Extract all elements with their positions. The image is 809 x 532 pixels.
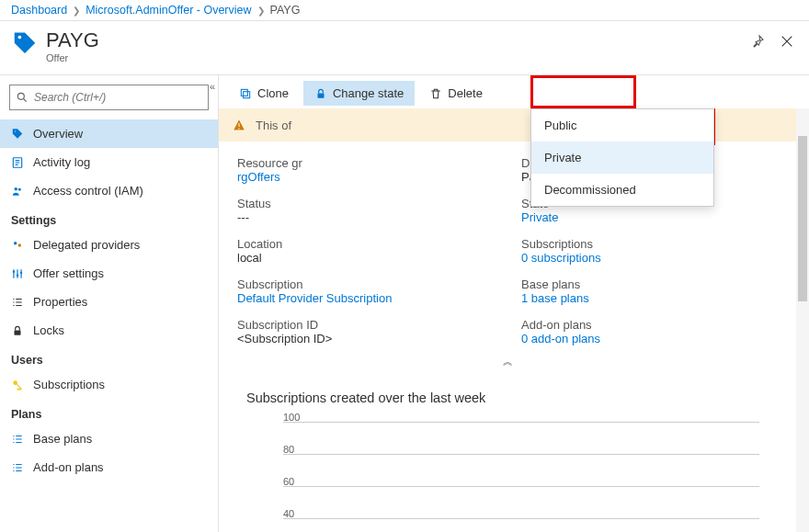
sidebar-item-properties[interactable]: Properties	[0, 288, 218, 316]
key-icon	[11, 379, 24, 391]
chevron-right-icon: ❯	[73, 6, 80, 16]
sidebar-item-overview[interactable]: Overview	[0, 119, 218, 148]
sidebar-heading-users: Users	[0, 345, 218, 370]
sidebar-item-label: Overview	[33, 127, 83, 141]
offer-tag-icon	[11, 30, 39, 58]
prop-value-link[interactable]: rgOffers	[237, 170, 494, 184]
button-label: Delete	[448, 86, 483, 100]
grid-line	[283, 486, 759, 487]
prop-value: ---	[237, 210, 494, 224]
chevron-right-icon: ❯	[257, 6, 265, 16]
sidebar: « Overview Activity log Access control (…	[0, 75, 219, 532]
sidebar-item-offer-settings[interactable]: Offer settings	[0, 259, 218, 288]
clone-icon	[239, 87, 252, 100]
grid-line	[283, 518, 759, 519]
prop-label: Location	[237, 237, 494, 251]
sidebar-item-label: Subscriptions	[33, 378, 105, 391]
svg-point-4	[14, 241, 17, 244]
sidebar-item-addon-plans[interactable]: Add-on plans	[0, 453, 218, 481]
main-panel: Clone Change state Delete This of Resour…	[219, 75, 809, 532]
trash-icon	[429, 87, 442, 100]
collapse-properties-icon[interactable]: ︽	[219, 351, 796, 372]
search-input[interactable]	[34, 91, 202, 104]
close-icon[interactable]	[780, 34, 794, 51]
svg-point-6	[13, 270, 15, 272]
sidebar-item-label: Properties	[33, 295, 87, 309]
ytick-label: 100	[283, 412, 300, 423]
svg-point-7	[17, 274, 18, 276]
change-state-button[interactable]: Change state	[303, 81, 415, 106]
svg-point-8	[20, 271, 22, 273]
sidebar-item-label: Offer settings	[33, 266, 104, 280]
scrollbar[interactable]	[796, 108, 809, 532]
sidebar-item-activity-log[interactable]: Activity log	[0, 148, 218, 176]
prop-value-link[interactable]: 1 base plans	[521, 291, 778, 305]
collapse-sidebar-icon[interactable]: «	[206, 79, 219, 94]
list-icon	[11, 433, 24, 446]
sidebar-item-iam[interactable]: Access control (IAM)	[0, 176, 218, 205]
ytick-label: 60	[283, 476, 294, 487]
svg-rect-9	[15, 330, 21, 334]
sidebar-item-label: Activity log	[33, 155, 90, 169]
providers-icon	[11, 239, 24, 252]
breadcrumb-parent[interactable]: Microsoft.AdminOffer - Overview	[85, 4, 251, 17]
sidebar-heading-plans: Plans	[0, 399, 218, 424]
chart-canvas: 100 80 60 40	[246, 422, 769, 532]
list-icon	[11, 461, 24, 474]
scrollbar-thumb[interactable]	[798, 136, 807, 301]
sidebar-heading-settings: Settings	[0, 205, 218, 231]
prop-value-link[interactable]: Private	[521, 210, 778, 224]
prop-subscriptions: Subscriptions 0 subscriptions	[521, 237, 778, 265]
sidebar-item-subscriptions[interactable]: Subscriptions	[0, 370, 218, 399]
delete-button[interactable]: Delete	[418, 81, 494, 106]
prop-value-link[interactable]: 0 add-on plans	[521, 332, 778, 345]
clone-button[interactable]: Clone	[228, 81, 300, 106]
page-title-block: PAYG Offer	[46, 28, 99, 63]
sidebar-item-label: Base plans	[33, 432, 92, 446]
sidebar-item-label: Add-on plans	[33, 460, 104, 474]
prop-value: <Subscription ID>	[237, 332, 494, 345]
subscriptions-chart: Subscriptions created over the last week…	[219, 372, 796, 532]
prop-label: Subscriptions	[521, 237, 778, 251]
prop-subscription: Subscription Default Provider Subscripti…	[237, 277, 494, 305]
prop-addon-plans: Add-on plans 0 add-on plans	[521, 318, 778, 345]
prop-base-plans: Base plans 1 base plans	[521, 277, 778, 305]
lock-icon	[314, 87, 327, 100]
prop-subscription-id: Subscription ID <Subscription ID>	[237, 318, 494, 345]
sidebar-item-delegated-providers[interactable]: Delegated providers	[0, 231, 218, 259]
svg-point-0	[17, 93, 24, 99]
dropdown-option-public[interactable]: Public	[531, 109, 713, 141]
prop-value-link[interactable]: 0 subscriptions	[521, 251, 778, 265]
log-icon	[11, 156, 24, 169]
list-icon	[11, 296, 24, 309]
sidebar-item-label: Locks	[33, 323, 64, 337]
grid-line	[283, 454, 759, 455]
prop-label: Status	[237, 197, 494, 210]
grid-line	[283, 422, 759, 423]
prop-value-link[interactable]: Default Provider Subscription	[237, 291, 494, 305]
sidebar-item-locks[interactable]: Locks	[0, 316, 218, 345]
prop-label: Subscription ID	[237, 318, 494, 332]
warning-icon	[232, 118, 246, 132]
prop-value: local	[237, 251, 494, 265]
button-label: Change state	[333, 86, 404, 100]
svg-point-2	[15, 187, 18, 190]
dropdown-option-private[interactable]: Private	[531, 141, 713, 174]
svg-point-10	[13, 380, 17, 385]
prop-resource-group: Resource gr rgOffers	[237, 156, 494, 184]
sidebar-item-base-plans[interactable]: Base plans	[0, 424, 218, 453]
sidebar-item-label: Access control (IAM)	[33, 184, 143, 198]
prop-label: Resource gr	[237, 156, 494, 170]
prop-label: Add-on plans	[521, 318, 778, 332]
dropdown-option-decommissioned[interactable]: Decommissioned	[531, 174, 713, 206]
page-header: PAYG Offer	[0, 21, 809, 75]
button-label: Clone	[257, 86, 289, 100]
svg-point-3	[18, 187, 21, 190]
breadcrumb: Dashboard ❯ Microsoft.AdminOffer - Overv…	[0, 0, 809, 21]
search-input-wrapper[interactable]	[9, 85, 209, 110]
prop-label: Base plans	[521, 277, 778, 291]
pin-icon[interactable]	[750, 34, 765, 51]
prop-status: Status ---	[237, 197, 494, 224]
sliders-icon	[11, 267, 24, 280]
breadcrumb-dashboard[interactable]: Dashboard	[11, 4, 67, 17]
